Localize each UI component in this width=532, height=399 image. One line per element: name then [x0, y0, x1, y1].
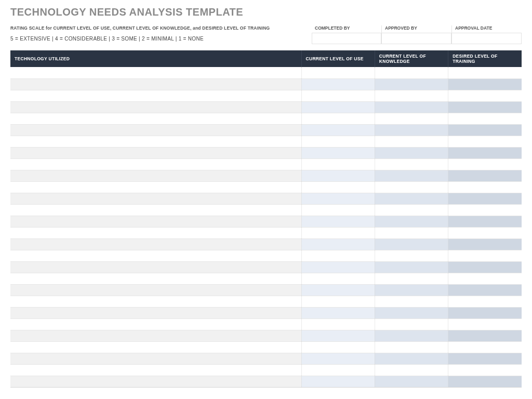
technology-input[interactable]	[10, 330, 301, 341]
training-input[interactable]	[448, 193, 522, 204]
knowledge-input[interactable]	[375, 205, 448, 216]
knowledge-input[interactable]	[375, 170, 448, 181]
technology-input[interactable]	[10, 102, 301, 113]
training-input[interactable]	[448, 79, 522, 90]
knowledge-input[interactable]	[375, 125, 448, 136]
knowledge-input[interactable]	[375, 376, 448, 387]
use-input[interactable]	[302, 353, 375, 364]
use-input[interactable]	[302, 285, 375, 296]
training-input[interactable]	[448, 182, 522, 193]
use-input[interactable]	[302, 67, 375, 78]
use-input[interactable]	[302, 376, 375, 387]
training-input[interactable]	[448, 330, 522, 341]
technology-input[interactable]	[10, 125, 301, 136]
technology-input[interactable]	[10, 182, 301, 193]
knowledge-input[interactable]	[375, 319, 448, 330]
use-input[interactable]	[302, 250, 375, 261]
training-input[interactable]	[448, 342, 522, 353]
use-input[interactable]	[302, 102, 375, 113]
knowledge-input[interactable]	[375, 239, 448, 250]
technology-input[interactable]	[10, 90, 301, 101]
knowledge-input[interactable]	[375, 285, 448, 296]
use-input[interactable]	[302, 159, 375, 170]
technology-input[interactable]	[10, 113, 301, 124]
training-input[interactable]	[448, 90, 522, 101]
knowledge-input[interactable]	[375, 228, 448, 238]
use-input[interactable]	[302, 216, 375, 227]
knowledge-input[interactable]	[375, 182, 448, 193]
technology-input[interactable]	[10, 159, 301, 170]
knowledge-input[interactable]	[375, 193, 448, 204]
training-input[interactable]	[448, 148, 522, 158]
knowledge-input[interactable]	[375, 148, 448, 158]
use-input[interactable]	[302, 273, 375, 284]
knowledge-input[interactable]	[375, 113, 448, 124]
knowledge-input[interactable]	[375, 262, 448, 273]
technology-input[interactable]	[10, 365, 301, 376]
technology-input[interactable]	[10, 262, 301, 273]
technology-input[interactable]	[10, 170, 301, 181]
training-input[interactable]	[448, 102, 522, 113]
training-input[interactable]	[448, 136, 522, 147]
technology-input[interactable]	[10, 205, 301, 216]
training-input[interactable]	[448, 353, 522, 364]
technology-input[interactable]	[10, 376, 301, 387]
training-input[interactable]	[448, 228, 522, 238]
knowledge-input[interactable]	[375, 250, 448, 261]
training-input[interactable]	[448, 170, 522, 181]
technology-input[interactable]	[10, 285, 301, 296]
technology-input[interactable]	[10, 296, 301, 307]
technology-input[interactable]	[10, 79, 301, 90]
knowledge-input[interactable]	[375, 136, 448, 147]
training-input[interactable]	[448, 239, 522, 250]
training-input[interactable]	[448, 296, 522, 307]
approved-by-input[interactable]	[382, 33, 451, 44]
knowledge-input[interactable]	[375, 159, 448, 170]
training-input[interactable]	[448, 319, 522, 330]
technology-input[interactable]	[10, 136, 301, 147]
training-input[interactable]	[448, 216, 522, 227]
knowledge-input[interactable]	[375, 90, 448, 101]
knowledge-input[interactable]	[375, 102, 448, 113]
use-input[interactable]	[302, 90, 375, 101]
training-input[interactable]	[448, 262, 522, 273]
training-input[interactable]	[448, 67, 522, 78]
use-input[interactable]	[302, 79, 375, 90]
use-input[interactable]	[302, 308, 375, 318]
technology-input[interactable]	[10, 216, 301, 227]
use-input[interactable]	[302, 342, 375, 353]
use-input[interactable]	[302, 330, 375, 341]
completed-by-input[interactable]	[312, 33, 381, 44]
technology-input[interactable]	[10, 308, 301, 318]
training-input[interactable]	[448, 125, 522, 136]
knowledge-input[interactable]	[375, 79, 448, 90]
technology-input[interactable]	[10, 193, 301, 204]
technology-input[interactable]	[10, 353, 301, 364]
technology-input[interactable]	[10, 239, 301, 250]
use-input[interactable]	[302, 113, 375, 124]
use-input[interactable]	[302, 182, 375, 193]
technology-input[interactable]	[10, 228, 301, 238]
knowledge-input[interactable]	[375, 216, 448, 227]
training-input[interactable]	[448, 159, 522, 170]
technology-input[interactable]	[10, 342, 301, 353]
use-input[interactable]	[302, 193, 375, 204]
training-input[interactable]	[448, 365, 522, 376]
training-input[interactable]	[448, 285, 522, 296]
technology-input[interactable]	[10, 250, 301, 261]
knowledge-input[interactable]	[375, 67, 448, 78]
knowledge-input[interactable]	[375, 353, 448, 364]
use-input[interactable]	[302, 239, 375, 250]
use-input[interactable]	[302, 365, 375, 376]
training-input[interactable]	[448, 113, 522, 124]
use-input[interactable]	[302, 205, 375, 216]
knowledge-input[interactable]	[375, 330, 448, 341]
use-input[interactable]	[302, 136, 375, 147]
knowledge-input[interactable]	[375, 273, 448, 284]
technology-input[interactable]	[10, 319, 301, 330]
technology-input[interactable]	[10, 148, 301, 158]
training-input[interactable]	[448, 205, 522, 216]
use-input[interactable]	[302, 296, 375, 307]
training-input[interactable]	[448, 308, 522, 318]
training-input[interactable]	[448, 273, 522, 284]
